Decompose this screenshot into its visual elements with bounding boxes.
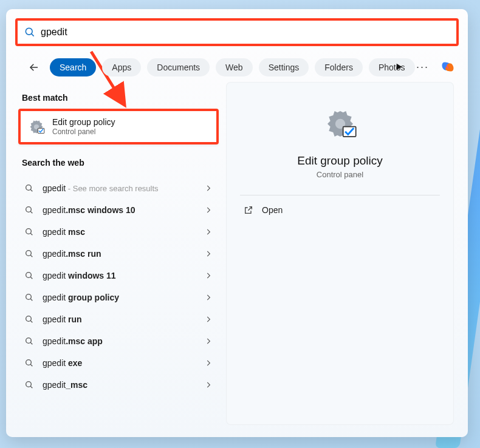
more-options-icon[interactable]: ··· [416, 61, 429, 73]
web-result[interactable]: gpedit_msc [18, 374, 219, 396]
chat-icon[interactable] [392, 60, 405, 73]
svg-point-8 [26, 207, 32, 212]
web-result[interactable]: gpedit group policy [18, 287, 219, 308]
chevron-right-icon [204, 381, 213, 389]
preview-pane: Edit group policy Control panel Open [226, 82, 454, 425]
svg-line-21 [30, 342, 32, 344]
web-result-label: gpedit windows 11 [43, 271, 196, 280]
chevron-right-icon [204, 184, 213, 192]
svg-line-13 [30, 255, 32, 257]
chevron-right-icon [204, 271, 213, 280]
web-result-label: gpedit msc [43, 227, 196, 237]
svg-point-18 [26, 316, 32, 322]
search-icon [24, 358, 34, 368]
chevron-right-icon [204, 359, 213, 367]
web-result-label: gpedit run [43, 314, 196, 324]
search-icon [24, 205, 34, 215]
back-button[interactable] [24, 58, 44, 77]
best-match-subtitle: Control panel [52, 127, 115, 136]
web-result-label: gpedit_msc [43, 380, 196, 390]
tab-search[interactable]: Search [50, 58, 96, 76]
web-result-label: gpedit group policy [43, 293, 196, 302]
svg-point-24 [26, 382, 32, 387]
open-label: Open [262, 205, 283, 215]
search-icon [24, 183, 34, 193]
web-result[interactable]: gpedit - See more search results [18, 177, 219, 199]
svg-line-11 [30, 233, 32, 235]
web-result[interactable]: gpedit.msc windows 10 [18, 199, 219, 221]
web-result-label: gpedit exe [43, 358, 196, 368]
best-match-result[interactable]: Edit group policy Control panel [18, 109, 219, 144]
search-icon [24, 271, 34, 280]
svg-point-12 [26, 251, 32, 256]
section-header-best-match: Best match [18, 88, 219, 109]
tab-web[interactable]: Web [216, 58, 253, 76]
svg-point-14 [26, 273, 32, 278]
search-icon [24, 293, 34, 302]
chevron-right-icon [204, 315, 213, 324]
chevron-right-icon [204, 206, 213, 214]
search-icon [24, 314, 34, 324]
search-icon [24, 380, 34, 390]
svg-point-22 [26, 360, 32, 365]
web-result-label: gpedit.msc app [43, 336, 196, 346]
svg-line-1 [32, 34, 34, 36]
gear-check-icon [28, 118, 45, 135]
search-icon [24, 26, 36, 38]
svg-line-23 [30, 364, 32, 366]
web-result[interactable]: gpedit exe [18, 352, 219, 374]
web-result[interactable]: gpedit run [18, 308, 219, 330]
preview-title: Edit group policy [227, 154, 453, 168]
web-results-list: gpedit - See more search resultsgpedit.m… [18, 177, 219, 396]
web-result[interactable]: gpedit.msc run [18, 243, 219, 265]
svg-point-10 [26, 229, 32, 234]
search-icon [24, 227, 34, 237]
best-match-title: Edit group policy [52, 117, 115, 127]
svg-point-0 [26, 28, 32, 35]
svg-point-16 [26, 294, 32, 300]
svg-line-7 [30, 189, 32, 191]
chevron-right-icon [204, 293, 213, 302]
results-column: Best match Edit group policy Control pan… [18, 88, 219, 396]
svg-line-28 [248, 207, 252, 211]
web-result[interactable]: gpedit msc [18, 221, 219, 243]
tab-folders[interactable]: Folders [315, 58, 363, 76]
svg-line-17 [30, 299, 32, 300]
web-result[interactable]: gpedit windows 11 [18, 265, 219, 287]
chevron-right-icon [204, 337, 213, 345]
search-icon [24, 336, 34, 346]
search-input[interactable] [36, 23, 456, 41]
chevron-right-icon [204, 228, 213, 236]
open-external-icon [244, 205, 253, 215]
svg-point-20 [26, 338, 32, 344]
section-header-web: Search the web [18, 153, 219, 174]
tab-settings[interactable]: Settings [259, 58, 309, 76]
chevron-right-icon [204, 249, 213, 258]
web-result-label: gpedit.msc run [43, 249, 196, 259]
svg-point-6 [26, 185, 32, 191]
open-action[interactable]: Open [227, 195, 453, 225]
search-panel: Search Apps Documents Web Settings Folde… [6, 9, 468, 437]
svg-line-15 [30, 277, 32, 279]
tab-apps[interactable]: Apps [102, 58, 141, 76]
filter-tab-row: Search Apps Documents Web Settings Folde… [24, 58, 415, 77]
gear-check-large-icon [323, 107, 357, 141]
preview-subtitle: Control panel [227, 170, 453, 179]
svg-line-19 [30, 321, 32, 322]
header-right-actions: ··· [392, 59, 456, 75]
search-icon [24, 249, 34, 259]
best-match-text: Edit group policy Control panel [52, 117, 115, 136]
svg-line-9 [30, 211, 32, 213]
web-result[interactable]: gpedit.msc app [18, 330, 219, 352]
search-box-highlight [15, 18, 459, 46]
web-result-label: gpedit.msc windows 10 [43, 205, 196, 215]
copilot-icon[interactable] [440, 59, 456, 75]
tab-documents[interactable]: Documents [147, 58, 210, 76]
svg-line-25 [30, 386, 32, 388]
web-result-label: gpedit - See more search results [43, 183, 196, 193]
